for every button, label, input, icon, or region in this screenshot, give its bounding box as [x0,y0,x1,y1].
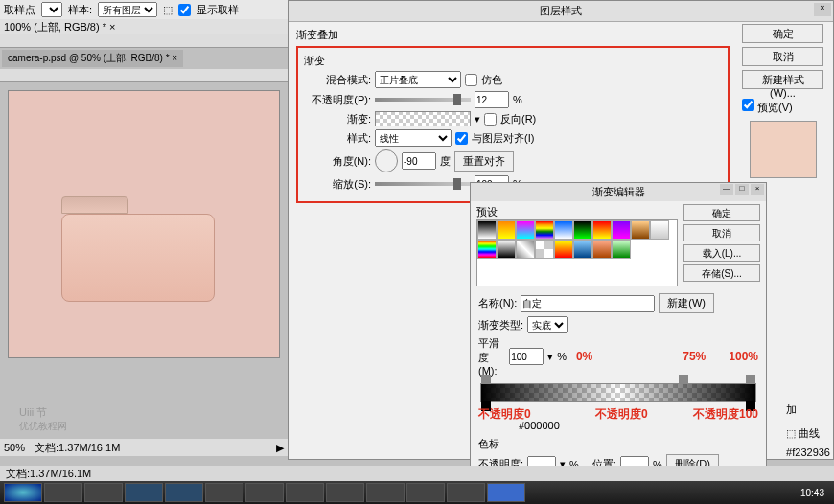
task-item[interactable] [406,483,445,502]
doc-size: 文档:1.37M/16.1M [35,441,120,455]
angle-dial[interactable] [375,149,398,172]
side-panel-fragment: 加 ⬚ 曲线 #f232936 [786,402,830,458]
annotation-0pct: 0% [576,350,592,363]
start-button[interactable] [4,483,42,502]
sample-point-select[interactable] [41,2,62,17]
preset-swatch[interactable] [592,240,612,259]
task-item[interactable] [366,483,405,502]
minimize-icon[interactable]: — [720,184,733,195]
task-item[interactable] [245,483,284,502]
task-item[interactable] [84,483,123,502]
canvas-area: camera-p.psd @ 50% (上部, RGB/8) * × Uiiii… [0,34,288,456]
preset-grid[interactable] [476,219,678,286]
annotation-op0: 不透明度0 [478,406,531,423]
highlighted-settings: 渐变 混合模式: 正片叠底 仿色 不透明度(P): % 渐变: ▾ 反向(R) … [296,46,730,203]
reset-align-button[interactable]: 重置对齐 [454,151,514,172]
maximize-icon[interactable]: □ [735,184,749,195]
ruler-horizontal-2 [0,69,288,82]
preset-swatch[interactable] [477,240,497,259]
task-item[interactable] [44,483,82,502]
opacity-stop[interactable] [679,375,688,384]
zoom-percent[interactable]: 50% [4,442,25,453]
preset-swatch[interactable] [497,220,516,240]
preset-swatch[interactable] [516,240,535,259]
opacity-slider[interactable] [375,98,471,102]
task-item[interactable] [165,483,203,502]
annotation-75pct: 75% [683,350,706,363]
preset-swatch[interactable] [497,240,516,259]
align-checkbox[interactable] [455,132,468,145]
dialog-buttons: 确定 取消 新建样式(W)... 预览(V) [742,24,823,184]
dialog-title: 图层样式 [289,1,833,22]
scale-slider[interactable] [375,182,471,186]
annotation-100pct: 100% [729,350,758,363]
sample-layers-select[interactable]: 所有图层 [98,2,157,17]
preset-swatch[interactable] [516,220,535,240]
gradient-preview[interactable] [375,111,471,126]
scale-label: 缩放(S): [304,177,371,192]
preset-swatch[interactable] [535,240,554,259]
gradient-editor-dialog: 渐变编辑器 —□× 预设 确定 取消 载入(L)... 存储(S)... 名称(… [470,182,767,470]
windows-taskbar[interactable]: 10:43 [0,481,834,504]
folder-artwork [61,196,215,302]
app-status-bar: 文档:1.37M/16.1M [0,466,834,481]
task-item[interactable] [326,483,364,502]
task-item[interactable] [487,483,525,502]
annotation-op0b: 不透明度0 [595,406,648,423]
new-style-button[interactable]: 新建样式(W)... [742,70,823,89]
blend-mode-select[interactable]: 正片叠底 [375,71,461,88]
preset-swatch[interactable] [554,220,573,240]
opacity-stop[interactable] [746,375,755,384]
preset-swatch[interactable] [477,220,497,240]
opacity-input[interactable] [475,91,509,108]
eyedropper-icon[interactable]: ⬚ [163,4,173,16]
smooth-input[interactable] [509,348,544,365]
preview-checkbox-label[interactable]: 预览(V) [742,102,793,113]
angle-input[interactable] [402,152,436,170]
editor-cancel-button[interactable]: 取消 [683,224,760,241]
preset-swatch[interactable] [650,220,669,240]
zoom-readout[interactable]: 100% (上部, RGB/8) * × [4,20,115,34]
preset-swatch[interactable] [573,240,592,259]
style-label: 样式: [304,131,371,146]
preset-swatch[interactable] [612,220,631,240]
gradient-editor-title: 渐变编辑器 —□× [471,183,766,201]
blend-mode-label: 混合模式: [304,73,371,87]
style-select[interactable]: 线性 [375,129,452,147]
gradient-bar[interactable] [480,383,756,402]
angle-label: 角度(N): [304,154,371,169]
task-item[interactable] [447,483,485,502]
show-sample-checkbox[interactable] [178,4,191,16]
editor-save-button[interactable]: 存储(S)... [683,264,760,282]
task-item[interactable] [205,483,243,502]
smooth-label: 平滑度(M): [478,336,505,377]
cancel-button[interactable]: 取消 [742,47,823,66]
preview-checkbox[interactable] [742,99,754,111]
document-tab[interactable]: camera-p.psd @ 50% (上部, RGB/8) * × [2,50,183,67]
ok-button[interactable]: 确定 [742,24,823,43]
close-icon[interactable]: × [814,3,831,16]
canvas[interactable] [8,90,280,358]
preset-swatch[interactable] [612,240,631,259]
new-gradient-button[interactable]: 新建(W) [659,293,714,313]
reverse-checkbox[interactable] [484,113,497,126]
canvas-status-bar: 50% 文档:1.37M/16.1M ▶ [0,439,288,456]
preset-swatch[interactable] [631,220,650,240]
editor-load-button[interactable]: 载入(L)... [683,244,760,262]
sample-label: 样本: [68,3,92,17]
type-select[interactable]: 实底 [527,316,568,333]
gradient-label: 渐变: [304,112,371,126]
editor-ok-button[interactable]: 确定 [683,204,760,221]
preset-swatch[interactable] [592,220,612,240]
preset-swatch[interactable] [554,240,573,259]
task-item[interactable] [125,483,163,502]
opacity-stop[interactable] [481,375,491,384]
preset-swatch[interactable] [535,220,554,240]
system-clock[interactable]: 10:43 [795,488,830,498]
task-item[interactable] [286,483,324,502]
preset-swatch[interactable] [573,220,592,240]
dither-checkbox[interactable] [465,74,477,86]
close-icon[interactable]: × [751,184,764,195]
gradient-subheader: 渐变 [304,54,722,68]
name-input[interactable] [521,295,655,312]
